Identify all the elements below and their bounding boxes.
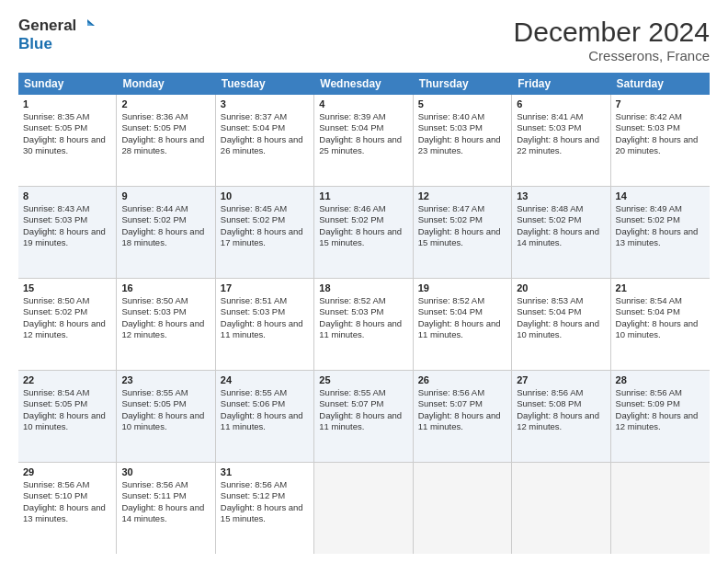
header: General Blue December 2024 Cresserons, F… bbox=[18, 17, 710, 63]
calendar-row: 8Sunrise: 8:43 AMSunset: 5:03 PMDaylight… bbox=[18, 187, 710, 279]
calendar-row: 22Sunrise: 8:54 AMSunset: 5:05 PMDayligh… bbox=[18, 371, 710, 463]
table-row: 4Sunrise: 8:39 AMSunset: 5:04 PMDaylight… bbox=[314, 95, 413, 186]
table-row bbox=[314, 463, 413, 554]
table-row: 16Sunrise: 8:50 AMSunset: 5:03 PMDayligh… bbox=[117, 279, 215, 370]
table-row: 17Sunrise: 8:51 AMSunset: 5:03 PMDayligh… bbox=[216, 279, 314, 370]
calendar-body: 1Sunrise: 8:35 AMSunset: 5:05 PMDaylight… bbox=[18, 95, 710, 554]
table-row: 8Sunrise: 8:43 AMSunset: 5:03 PMDaylight… bbox=[18, 187, 117, 278]
table-row bbox=[414, 463, 512, 554]
logo: General Blue bbox=[18, 17, 95, 53]
logo-general: General bbox=[18, 17, 76, 35]
table-row: 10Sunrise: 8:45 AMSunset: 5:02 PMDayligh… bbox=[216, 187, 314, 278]
table-row: 13Sunrise: 8:48 AMSunset: 5:02 PMDayligh… bbox=[512, 187, 610, 278]
table-row: 25Sunrise: 8:55 AMSunset: 5:07 PMDayligh… bbox=[314, 371, 413, 462]
calendar: Sunday Monday Tuesday Wednesday Thursday… bbox=[18, 73, 710, 554]
table-row: 5Sunrise: 8:40 AMSunset: 5:03 PMDaylight… bbox=[414, 95, 512, 186]
header-friday: Friday bbox=[512, 73, 610, 95]
table-row: 28Sunrise: 8:56 AMSunset: 5:09 PMDayligh… bbox=[611, 371, 710, 462]
table-row bbox=[611, 463, 710, 554]
table-row bbox=[512, 463, 610, 554]
main-title: December 2024 bbox=[514, 17, 710, 48]
table-row: 18Sunrise: 8:52 AMSunset: 5:03 PMDayligh… bbox=[314, 279, 413, 370]
table-row: 9Sunrise: 8:44 AMSunset: 5:02 PMDaylight… bbox=[117, 187, 215, 278]
table-row: 29Sunrise: 8:56 AMSunset: 5:10 PMDayligh… bbox=[18, 463, 117, 554]
table-row: 2Sunrise: 8:36 AMSunset: 5:05 PMDaylight… bbox=[117, 95, 215, 186]
table-row: 22Sunrise: 8:54 AMSunset: 5:05 PMDayligh… bbox=[18, 371, 117, 462]
table-row: 7Sunrise: 8:42 AMSunset: 5:03 PMDaylight… bbox=[611, 95, 710, 186]
table-row: 30Sunrise: 8:56 AMSunset: 5:11 PMDayligh… bbox=[117, 463, 215, 554]
table-row: 6Sunrise: 8:41 AMSunset: 5:03 PMDaylight… bbox=[512, 95, 610, 186]
table-row: 27Sunrise: 8:56 AMSunset: 5:08 PMDayligh… bbox=[512, 371, 610, 462]
table-row: 24Sunrise: 8:55 AMSunset: 5:06 PMDayligh… bbox=[216, 371, 314, 462]
title-block: December 2024 Cresserons, France bbox=[514, 17, 710, 63]
table-row: 31Sunrise: 8:56 AMSunset: 5:12 PMDayligh… bbox=[216, 463, 314, 554]
header-wednesday: Wednesday bbox=[314, 73, 413, 95]
header-monday: Monday bbox=[117, 73, 215, 95]
logo-blue: Blue bbox=[18, 35, 52, 53]
header-thursday: Thursday bbox=[414, 73, 512, 95]
header-saturday: Saturday bbox=[611, 73, 710, 95]
subtitle: Cresserons, France bbox=[514, 48, 710, 63]
logo-bird-icon bbox=[78, 17, 95, 34]
table-row: 21Sunrise: 8:54 AMSunset: 5:04 PMDayligh… bbox=[611, 279, 710, 370]
table-row: 1Sunrise: 8:35 AMSunset: 5:05 PMDaylight… bbox=[18, 95, 117, 186]
calendar-row: 15Sunrise: 8:50 AMSunset: 5:02 PMDayligh… bbox=[18, 279, 710, 371]
page: General Blue December 2024 Cresserons, F… bbox=[0, 0, 728, 563]
header-tuesday: Tuesday bbox=[216, 73, 314, 95]
table-row: 11Sunrise: 8:46 AMSunset: 5:02 PMDayligh… bbox=[314, 187, 413, 278]
table-row: 23Sunrise: 8:55 AMSunset: 5:05 PMDayligh… bbox=[117, 371, 215, 462]
table-row: 15Sunrise: 8:50 AMSunset: 5:02 PMDayligh… bbox=[18, 279, 117, 370]
table-row: 14Sunrise: 8:49 AMSunset: 5:02 PMDayligh… bbox=[611, 187, 710, 278]
calendar-row: 1Sunrise: 8:35 AMSunset: 5:05 PMDaylight… bbox=[18, 95, 710, 187]
table-row: 26Sunrise: 8:56 AMSunset: 5:07 PMDayligh… bbox=[414, 371, 512, 462]
table-row: 3Sunrise: 8:37 AMSunset: 5:04 PMDaylight… bbox=[216, 95, 314, 186]
calendar-row: 29Sunrise: 8:56 AMSunset: 5:10 PMDayligh… bbox=[18, 463, 710, 554]
header-sunday: Sunday bbox=[18, 73, 117, 95]
table-row: 19Sunrise: 8:52 AMSunset: 5:04 PMDayligh… bbox=[414, 279, 512, 370]
calendar-header: Sunday Monday Tuesday Wednesday Thursday… bbox=[18, 73, 710, 95]
table-row: 12Sunrise: 8:47 AMSunset: 5:02 PMDayligh… bbox=[414, 187, 512, 278]
table-row: 20Sunrise: 8:53 AMSunset: 5:04 PMDayligh… bbox=[512, 279, 610, 370]
